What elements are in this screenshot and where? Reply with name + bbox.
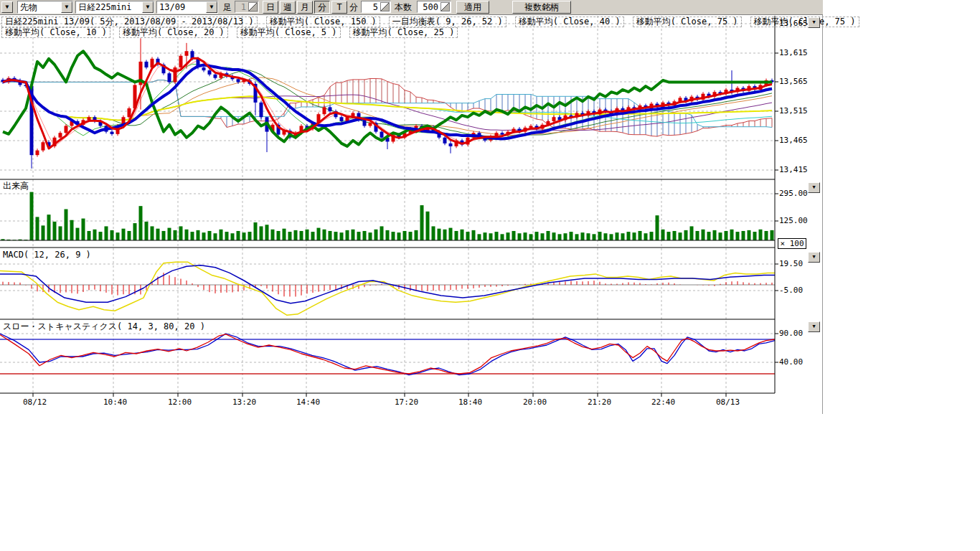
chart-application-window: ▼ 先物 ▼ 日経225mini ▼ 13/09 ▼ 足 1 分 5 本数 50…: [0, 0, 980, 551]
chart-client-area: 日経225mini 13/09( 5分, 2013/08/09 - 2013/0…: [0, 15, 823, 414]
minute-value: 5: [362, 2, 380, 12]
apply-button[interactable]: 適用: [456, 1, 489, 14]
x-axis-label-13:20: 13:20: [232, 397, 256, 407]
spinner-icon: [248, 2, 258, 11]
bar-label: 足: [223, 1, 232, 14]
category-combobox[interactable]: 先物 ▼: [17, 1, 73, 14]
contract-combobox[interactable]: 13/09 ▼: [156, 1, 218, 14]
count-field[interactable]: 500: [417, 1, 451, 13]
stoch-axis-label-40.00: 40.00: [779, 357, 803, 367]
x-axis-label-22:40: 22:40: [651, 397, 675, 407]
toolbar: ▼ 先物 ▼ 日経225mini ▼ 13/09 ▼ 足 1 分 5 本数 50…: [0, 0, 823, 15]
price-axis-label-13,465: 13,465: [779, 136, 808, 145]
x-axis-label-18:40: 18:40: [458, 397, 482, 407]
legend-item-r1-0[interactable]: 日経225mini 13/09( 5分, 2013/08/09 - 2013/0…: [1, 17, 258, 27]
legend-item-r1-3[interactable]: 移動平均( Close, 40 ): [515, 17, 624, 27]
legend-item-r2-1[interactable]: 移動平均( Close, 20 ): [119, 27, 228, 38]
price-panel-menu-button[interactable]: ▼: [808, 17, 820, 28]
chart-plot-area[interactable]: [0, 15, 823, 414]
price-axis-label-13,415: 13,415: [779, 165, 808, 174]
chevron-down-icon[interactable]: ▼: [206, 1, 217, 13]
price-axis-label-13,515: 13,515: [779, 106, 808, 116]
volume-panel-menu-button[interactable]: ▼: [808, 182, 820, 193]
x-axis-label-14:40: 14:40: [296, 397, 320, 407]
x-axis-label-17:20: 17:20: [395, 397, 418, 407]
contract-combobox-value: 13/09: [157, 2, 206, 12]
x-axis-label-10:40: 10:40: [103, 397, 127, 407]
legend-item-r1-4[interactable]: 移動平均( Close, 75 ): [633, 17, 742, 27]
macd-axis-label-19.50: 19.50: [779, 259, 803, 268]
legend-row-2: 移動平均( Close, 10 )移動平均( Close, 20 )移動平均( …: [1, 27, 458, 38]
count-label: 本数: [395, 1, 412, 14]
legend-item-r2-3[interactable]: 移動平均( Close, 25 ): [349, 27, 458, 38]
x-axis-label-21:20: 21:20: [588, 397, 611, 407]
period-button-分[interactable]: 分: [314, 1, 330, 14]
x-axis-label-20:00: 20:00: [523, 397, 547, 407]
bar-interval-field: 1: [235, 1, 259, 13]
legend-item-r2-0[interactable]: 移動平均( Close, 10 ): [1, 27, 110, 38]
stoch-panel-menu-button[interactable]: ▼: [808, 321, 820, 332]
period-button-T[interactable]: T: [331, 1, 347, 14]
stoch-panel-label: スロー・ストキャスティクス( 14, 3, 80, 20 ): [3, 321, 205, 333]
multi-symbol-button[interactable]: 複数銘柄: [512, 1, 571, 14]
price-axis-label-13,565: 13,565: [779, 77, 808, 86]
chevron-down-icon[interactable]: ▼: [61, 1, 72, 13]
stoch-axis-label-90.00: 90.00: [779, 329, 803, 338]
spinner-icon[interactable]: [380, 2, 390, 11]
volume-axis-label-125.00: 125.00: [779, 216, 808, 225]
macd-panel-label: MACD( 12, 26, 9 ): [3, 250, 91, 260]
category-combobox-value: 先物: [18, 1, 61, 14]
price-axis-label-13,615: 13,615: [779, 48, 808, 57]
legend-row-1: 日経225mini 13/09( 5分, 2013/08/09 - 2013/0…: [1, 17, 859, 27]
spinner-icon[interactable]: [440, 2, 450, 11]
period-button-月[interactable]: 月: [297, 1, 313, 14]
minute-field[interactable]: 5: [361, 1, 391, 13]
bar-interval-value: 1: [235, 2, 248, 12]
corner-dropdown-button[interactable]: ▼: [1, 1, 13, 13]
chevron-down-icon[interactable]: ▼: [142, 1, 154, 13]
symbol-combobox-value: 日経225mini: [76, 1, 142, 14]
count-value: 500: [418, 2, 440, 12]
x-axis-label-08/12: 08/12: [23, 397, 47, 407]
legend-item-r1-5[interactable]: 移動平均( Close, 75 ): [750, 17, 859, 27]
period-button-週[interactable]: 週: [280, 1, 296, 14]
volume-multiplier-box: × 100: [778, 238, 806, 249]
x-axis-label-12:00: 12:00: [168, 397, 192, 407]
legend-item-r1-1[interactable]: 移動平均( Close, 150 ): [266, 17, 380, 27]
legend-item-r1-2[interactable]: 一目均衡表( 9, 26, 52 ): [389, 17, 507, 27]
symbol-combobox[interactable]: 日経225mini ▼: [75, 1, 154, 14]
period-button-日[interactable]: 日: [263, 1, 278, 14]
legend-item-r2-2[interactable]: 移動平均( Close, 5 ): [237, 27, 341, 38]
minute-label: 分: [349, 1, 358, 14]
volume-panel-label: 出来高: [3, 180, 29, 192]
macd-axis-label--5.00: -5.00: [779, 286, 803, 295]
macd-panel-menu-button[interactable]: ▼: [808, 252, 820, 263]
x-axis-label-08/13: 08/13: [716, 397, 740, 407]
volume-axis-label-295.00: 295.00: [779, 189, 808, 198]
